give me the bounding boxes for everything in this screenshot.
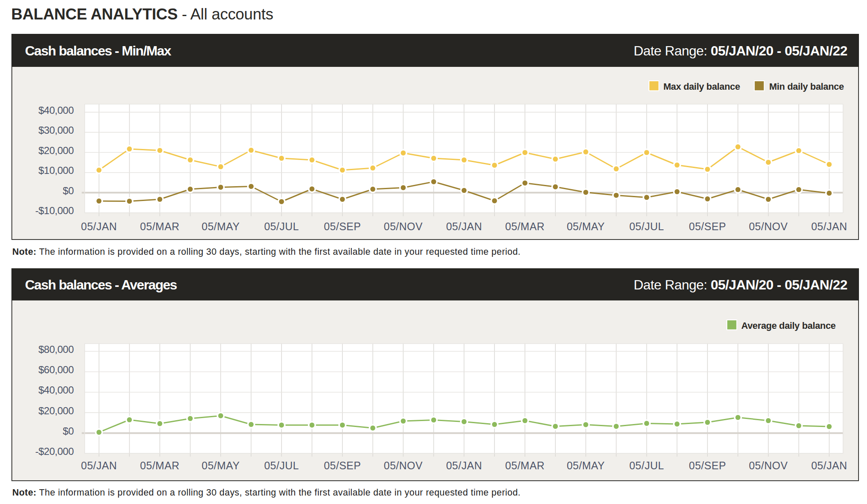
svg-text:05/MAR: 05/MAR xyxy=(505,220,544,232)
svg-text:05/JAN: 05/JAN xyxy=(446,460,482,471)
svg-text:$0: $0 xyxy=(63,185,74,196)
svg-text:05/NOV: 05/NOV xyxy=(749,460,788,471)
svg-text:05/NOV: 05/NOV xyxy=(384,460,423,471)
svg-text:05/JAN: 05/JAN xyxy=(811,460,847,471)
svg-text:05/JUL: 05/JUL xyxy=(629,220,664,232)
svg-text:-$10,000: -$10,000 xyxy=(35,205,74,216)
svg-text:Max daily balance: Max daily balance xyxy=(663,81,740,92)
svg-text:$40,000: $40,000 xyxy=(39,384,74,396)
svg-text:05/JAN: 05/JAN xyxy=(81,460,117,471)
svg-text:05/NOV: 05/NOV xyxy=(749,220,788,232)
svg-text:05/JAN: 05/JAN xyxy=(811,220,847,232)
svg-text:05/JAN: 05/JAN xyxy=(81,220,117,232)
svg-text:05/SEP: 05/SEP xyxy=(324,460,361,471)
svg-text:$0: $0 xyxy=(63,425,74,437)
svg-text:$20,000: $20,000 xyxy=(39,145,74,156)
svg-text:Min daily balance: Min daily balance xyxy=(769,81,844,92)
svg-text:05/JUL: 05/JUL xyxy=(264,460,299,471)
svg-text:$60,000: $60,000 xyxy=(39,364,74,375)
svg-text:05/MAY: 05/MAY xyxy=(567,460,605,471)
svg-text:05/NOV: 05/NOV xyxy=(384,220,423,232)
svg-text:05/MAY: 05/MAY xyxy=(202,460,240,471)
svg-text:$40,000: $40,000 xyxy=(39,105,74,116)
svg-text:05/SEP: 05/SEP xyxy=(689,220,726,232)
svg-text:05/SEP: 05/SEP xyxy=(689,460,726,471)
svg-text:05/MAR: 05/MAR xyxy=(505,460,544,471)
svg-text:-$20,000: -$20,000 xyxy=(35,446,74,457)
svg-text:Average daily balance: Average daily balance xyxy=(741,320,836,331)
svg-text:$30,000: $30,000 xyxy=(39,124,74,136)
svg-text:05/SEP: 05/SEP xyxy=(324,220,361,232)
svg-text:$10,000: $10,000 xyxy=(39,165,74,176)
svg-text:05/JUL: 05/JUL xyxy=(264,220,299,232)
svg-text:05/MAR: 05/MAR xyxy=(140,460,179,471)
svg-text:$80,000: $80,000 xyxy=(39,344,74,355)
svg-text:05/JAN: 05/JAN xyxy=(446,220,482,232)
svg-text:05/MAY: 05/MAY xyxy=(567,220,605,232)
svg-text:$20,000: $20,000 xyxy=(39,405,74,416)
svg-text:05/MAY: 05/MAY xyxy=(202,220,240,232)
svg-text:05/MAR: 05/MAR xyxy=(140,220,179,232)
svg-text:05/JUL: 05/JUL xyxy=(629,460,664,471)
